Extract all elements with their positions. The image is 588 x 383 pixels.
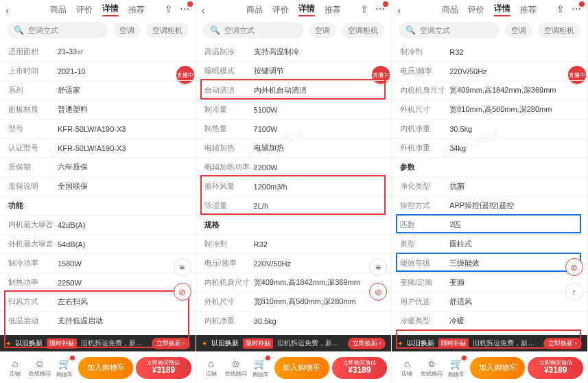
bottom-nav-icon: ⌂: [208, 358, 214, 369]
spec-row: 外机尺寸宽810mm,高580mm,深280mm: [392, 100, 587, 119]
spec-value: R32: [254, 240, 384, 248]
nav-tab[interactable]: 评价: [468, 4, 484, 16]
nav-tab[interactable]: 推荐: [128, 4, 145, 16]
spec-key: 内机机身尺寸: [400, 85, 449, 95]
spec-value: 1200m3/h: [254, 183, 384, 191]
filter-icon[interactable]: ≡: [369, 258, 387, 276]
exchange-go-button[interactable]: 立即换新 ›: [348, 338, 386, 349]
spec-key: 内机最大噪音: [8, 220, 58, 230]
bottom-nav-item[interactable]: ⌂店铺: [4, 358, 26, 378]
nav-tab[interactable]: 推荐: [325, 4, 341, 16]
spec-row: 外机净重34kg: [196, 331, 392, 335]
spec-value: 21-33㎡: [58, 47, 187, 57]
search-icon: 🔍: [405, 25, 416, 35]
exchange-bar[interactable]: ✦以旧换新限时补贴旧机拆运免费，新机补贴立减！立即换新 ›: [0, 335, 196, 351]
search-input[interactable]: 🔍空调立式: [203, 22, 304, 38]
exchange-bar[interactable]: ✦以旧换新限时补贴旧机拆运免费，新机补贴立减！立即换新 ›: [196, 335, 392, 351]
block-icon[interactable]: ⊘: [565, 258, 583, 276]
share-icon[interactable]: ⇪: [165, 3, 173, 14]
search-chip[interactable]: 空调柜机: [146, 23, 189, 38]
spec-list: 高温制冷支持高温制冷睡眠模式按键调节自动清洁内外机自动清洁制冷量5100W制热量…: [196, 43, 392, 335]
exchange-go-button[interactable]: 立即换新 ›: [152, 338, 190, 349]
nav-tab[interactable]: 商品: [50, 4, 67, 16]
buy-now-button[interactable]: 立即购买预估¥3189: [136, 357, 191, 379]
spec-value: APP操控|遥控|遥控: [449, 200, 579, 211]
search-chip[interactable]: 空调柜机: [342, 23, 384, 38]
back-icon[interactable]: ‹: [397, 4, 401, 16]
bottom-nav-item[interactable]: ☺在线顾问: [29, 358, 51, 378]
search-chip[interactable]: 空调: [309, 23, 336, 38]
add-to-cart-button[interactable]: 加入购物车: [274, 357, 329, 379]
bottom-nav-item[interactable]: 🛒购物车: [250, 358, 272, 378]
buy-now-button[interactable]: 立即购买预估¥3189: [528, 357, 583, 379]
search-placeholder: 空调立式: [28, 25, 58, 36]
spec-value: 宽409mm,高1842mm,深369mm: [254, 277, 384, 288]
spec-key: 型号: [8, 124, 58, 134]
add-to-cart-button[interactable]: 加入购物车: [78, 357, 133, 379]
block-icon[interactable]: ⊘: [369, 283, 387, 301]
search-chip[interactable]: 空调: [113, 23, 141, 38]
exchange-go-button[interactable]: 立即换新 ›: [543, 338, 582, 349]
share-icon[interactable]: ⇪: [556, 3, 565, 14]
back-to-top-icon[interactable]: ↑: [565, 283, 583, 301]
search-input[interactable]: 🔍空调立式: [399, 22, 499, 38]
bottom-nav-item[interactable]: 🛒购物车: [445, 358, 467, 378]
buy-price: ¥3189: [544, 366, 567, 375]
nav-tab[interactable]: 推荐: [520, 4, 537, 16]
share-icon[interactable]: ⇪: [360, 3, 368, 14]
search-chip[interactable]: 空调: [505, 23, 532, 38]
spec-key: 睡眠模式: [204, 66, 254, 76]
spec-value: 舒适家: [58, 85, 187, 95]
bottom-nav-icon: ☺: [231, 358, 241, 369]
nav-tab[interactable]: 详情: [494, 3, 510, 16]
bottom-nav-label: 店铺: [401, 370, 412, 378]
spec-row: 制热量7100W: [196, 119, 392, 139]
bottom-nav-item[interactable]: ⌂店铺: [396, 358, 418, 378]
bottom-nav-item[interactable]: 🛒购物车: [54, 358, 75, 378]
search-input[interactable]: 🔍空调立式: [7, 22, 108, 38]
search-chip[interactable]: 空调柜机: [538, 23, 580, 38]
spec-key: 电压/频率: [204, 258, 254, 268]
spec-key: 制冷功率: [8, 258, 58, 268]
filter-icon[interactable]: ≡: [174, 258, 191, 276]
spec-value: 支持高温制冷: [254, 47, 384, 57]
back-icon[interactable]: ‹: [202, 4, 205, 16]
spec-value: 220V/50Hz: [449, 67, 579, 76]
spec-value: 变频: [449, 277, 579, 288]
nav-tab[interactable]: 评价: [272, 4, 289, 16]
spec-row: 电辅加热功率2200W: [196, 158, 392, 177]
spec-value: 42dB(A): [58, 221, 187, 229]
top-nav: ‹商品评价详情推荐⇪⋯: [0, 0, 196, 19]
spec-row: 内机最大噪音42dB(A): [0, 216, 196, 235]
spec-value: 抗菌: [449, 181, 579, 192]
bottom-nav-item[interactable]: ⌂店铺: [200, 358, 222, 378]
spec-value: 宽810mm,高580mm,深280mm: [254, 297, 384, 307]
nav-tab[interactable]: 评价: [76, 4, 93, 16]
spec-row: 高温制冷支持高温制冷: [0, 331, 196, 335]
spec-row: 低温启动支持低温启动: [0, 312, 196, 331]
block-icon[interactable]: ⊘: [174, 283, 191, 301]
nav-tab[interactable]: 详情: [298, 3, 315, 16]
bottom-nav-label: 购物车: [252, 371, 269, 378]
search-row: 🔍空调立式空调空调柜机: [392, 19, 587, 43]
buy-now-button[interactable]: 立即购买预估¥3189: [332, 357, 387, 379]
nav-tab[interactable]: 详情: [102, 3, 119, 16]
back-icon[interactable]: ‹: [5, 4, 9, 16]
search-icon: 🔍: [14, 25, 24, 35]
bottom-nav-icon: ⌂: [404, 358, 410, 369]
spec-key: 内机净重: [400, 124, 449, 134]
cart-dot: [462, 356, 467, 360]
spec-key: 外机最大噪音: [8, 239, 58, 249]
spec-row: 外机净重34kg: [392, 139, 587, 158]
exchange-bar[interactable]: ✦以旧换新限时补贴旧机拆运免费，新机补贴立减！立即换新 ›: [392, 335, 587, 351]
bottom-nav-item[interactable]: ☺在线顾问: [225, 358, 247, 378]
spec-value: 54dB(A): [58, 240, 187, 248]
bottom-nav-item[interactable]: ☺在线顾问: [421, 358, 443, 378]
nav-tab[interactable]: 商品: [246, 4, 263, 16]
spec-key: 制冷量: [204, 104, 254, 115]
nav-tab[interactable]: 商品: [442, 4, 458, 16]
screen-3: ‹商品评价详情推荐⇪⋯🔍空调立式空调空调柜机直播中赵品品 9524制冷剂R32电…: [392, 0, 588, 383]
spec-value: 2021-10: [58, 67, 187, 76]
spec-key: 内机机身尺寸: [204, 277, 254, 288]
add-to-cart-button[interactable]: 加入购物车: [470, 357, 525, 379]
